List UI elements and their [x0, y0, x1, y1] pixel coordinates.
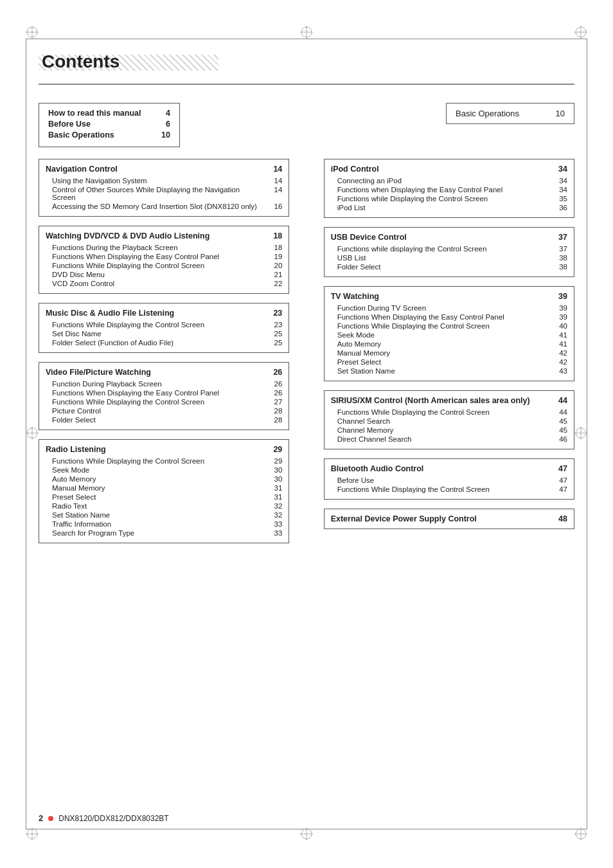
right-section-title-1: USB Device Control	[331, 233, 407, 242]
right-item-label-2-6: Preset Select	[337, 358, 555, 366]
left-item-3-2: Functions While Displaying the Control S…	[46, 397, 282, 406]
left-item-label-3-3: Picture Control	[52, 407, 269, 415]
right-item-4-0: Before Use47	[331, 476, 567, 485]
summary-item-3: Basic Operations 10	[48, 131, 170, 140]
title-area: Contents	[39, 51, 574, 90]
left-item-page-3-0: 26	[269, 380, 282, 388]
right-item-label-2-4: Auto Memory	[337, 340, 555, 348]
left-item-label-4-8: Search for Program Type	[52, 529, 269, 537]
left-section-header-2: Music Disc & Audio File Listening23	[46, 309, 282, 318]
left-item-label-2-0: Functions While Displaying the Control S…	[52, 321, 269, 329]
left-section-title-2: Music Disc & Audio File Listening	[46, 309, 174, 318]
left-item-4-7: Traffic Information33	[46, 520, 282, 529]
right-item-label-0-1: Functions when Displaying the Easy Contr…	[337, 186, 555, 194]
right-item-label-3-0: Functions While Displaying the Control S…	[337, 408, 555, 416]
right-section-page-3: 44	[558, 396, 567, 405]
left-item-3-1: Functions When Displaying the Easy Contr…	[46, 388, 282, 397]
right-item-1-2: Folder Select38	[331, 262, 567, 271]
left-section-title-1: Watching DVD/VCD & DVD Audio Listening	[46, 231, 209, 240]
right-section-2: TV Watching39Function During TV Screen39…	[324, 286, 574, 381]
right-item-label-1-0: Functions while displaying the Control S…	[337, 245, 555, 253]
right-item-2-6: Preset Select42	[331, 357, 567, 366]
left-item-label-1-0: Functions During the Playback Screen	[52, 244, 269, 251]
right-section-header-0: iPod Control34	[331, 165, 567, 174]
left-section-title-0: Navigation Control	[46, 165, 118, 174]
left-item-label-4-7: Traffic Information	[52, 520, 269, 528]
right-item-label-0-3: iPod List	[337, 204, 555, 212]
left-item-page-1-3: 21	[269, 271, 282, 278]
right-item-1-1: USB List38	[331, 253, 567, 262]
right-item-label-2-3: Seek Mode	[337, 331, 555, 339]
right-item-3-0: Functions While Displaying the Control S…	[331, 408, 567, 417]
right-item-label-3-1: Channel Search	[337, 417, 555, 425]
left-item-label-2-1: Set Disc Name	[52, 330, 269, 338]
right-item-0-3: iPod List36	[331, 203, 567, 212]
right-section-1: USB Device Control37Functions while disp…	[324, 227, 574, 277]
right-item-page-4-1: 47	[555, 485, 567, 493]
left-item-label-1-4: VCD Zoom Control	[52, 280, 269, 287]
left-item-1-0: Functions During the Playback Screen18	[46, 243, 282, 252]
right-item-1-0: Functions while displaying the Control S…	[331, 244, 567, 253]
left-section-header-3: Video File/Picture Watching26	[46, 368, 282, 377]
left-item-page-3-2: 27	[269, 398, 282, 406]
left-section-header-1: Watching DVD/VCD & DVD Audio Listening18	[46, 231, 282, 240]
left-item-label-4-1: Seek Mode	[52, 466, 269, 474]
left-item-page-1-4: 22	[269, 280, 282, 287]
left-section-title-4: Radio Listening	[46, 445, 106, 454]
right-section-header-1: USB Device Control37	[331, 233, 567, 242]
left-item-4-0: Functions While Displaying the Control S…	[46, 457, 282, 466]
left-section-1: Watching DVD/VCD & DVD Audio Listening18…	[39, 226, 289, 294]
right-item-page-2-5: 42	[555, 349, 567, 357]
left-item-label-1-1: Functions When Displaying the Easy Contr…	[52, 253, 269, 260]
left-item-label-0-2: Accessing the SD Memory Card Insertion S…	[52, 203, 269, 210]
summary-page-1: 4	[166, 109, 170, 118]
left-section-page-0: 14	[273, 165, 282, 174]
left-item-label-3-2: Functions While Displaying the Control S…	[52, 398, 269, 406]
left-item-4-4: Preset Select31	[46, 493, 282, 502]
right-item-label-4-0: Before Use	[337, 476, 555, 484]
right-item-page-0-2: 35	[555, 195, 567, 203]
right-item-page-2-6: 42	[555, 358, 567, 366]
right-section-page-4: 47	[558, 464, 567, 473]
left-section-header-4: Radio Listening29	[46, 445, 282, 454]
left-item-4-3: Manual Memory31	[46, 484, 282, 493]
left-item-label-4-0: Functions While Displaying the Control S…	[52, 457, 269, 465]
left-section-0: Navigation Control14Using the Navigation…	[39, 159, 289, 217]
summary-item-2: Before Use 6	[48, 120, 170, 129]
footer-bullet	[48, 816, 53, 821]
left-item-label-4-2: Auto Memory	[52, 475, 269, 483]
left-item-page-0-1: 14	[269, 186, 282, 194]
footer-model: DNX8120/DDX812/DDX8032BT	[58, 814, 168, 823]
left-item-3-3: Picture Control28	[46, 406, 282, 415]
basic-ops-page: 10	[556, 109, 565, 118]
right-item-2-0: Function During TV Screen39	[331, 303, 567, 312]
left-item-page-3-1: 26	[269, 389, 282, 397]
left-item-4-8: Search for Program Type33	[46, 529, 282, 538]
right-section-4: Bluetooth Audio Control47Before Use47Fun…	[324, 458, 574, 500]
right-item-2-1: Functions When Displaying the Easy Contr…	[331, 312, 567, 321]
right-section-page-1: 37	[558, 233, 567, 242]
right-item-page-3-1: 45	[555, 417, 567, 425]
left-item-4-6: Set Station Name32	[46, 511, 282, 520]
right-item-0-2: Functions while Displaying the Control S…	[331, 194, 567, 203]
left-item-4-2: Auto Memory30	[46, 475, 282, 484]
left-section-4: Radio Listening29Functions While Display…	[39, 439, 289, 543]
right-section-title-0: iPod Control	[331, 165, 379, 174]
left-section-title-3: Video File/Picture Watching	[46, 368, 151, 377]
right-item-page-3-2: 45	[555, 426, 567, 434]
page-title: Contents	[39, 51, 120, 71]
right-item-page-4-0: 47	[555, 476, 567, 484]
left-item-1-2: Functions While Displaying the Control S…	[46, 261, 282, 270]
left-item-page-4-0: 29	[269, 457, 282, 465]
left-section-3: Video File/Picture Watching26Function Du…	[39, 362, 289, 430]
right-item-label-1-1: USB List	[337, 254, 555, 262]
right-item-3-2: Channel Memory45	[331, 426, 567, 435]
footer-page-number: 2	[39, 813, 43, 823]
left-item-3-0: Function During Playback Screen26	[46, 379, 282, 388]
left-item-label-4-3: Manual Memory	[52, 484, 269, 492]
external-device-box: External Device Power Supply Control48	[324, 509, 574, 529]
right-item-page-2-2: 40	[555, 322, 567, 330]
right-item-page-2-4: 41	[555, 340, 567, 348]
right-section-header-2: TV Watching39	[331, 292, 567, 301]
left-item-page-4-5: 32	[269, 502, 282, 510]
